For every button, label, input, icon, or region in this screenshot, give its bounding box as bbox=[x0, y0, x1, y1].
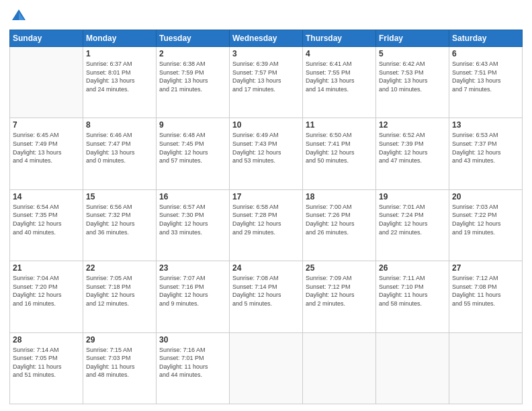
weekday-header-saturday: Saturday bbox=[449, 30, 523, 47]
calendar-cell: 20Sunrise: 7:03 AM Sunset: 7:22 PM Dayli… bbox=[449, 189, 523, 261]
week-row-4: 21Sunrise: 7:04 AM Sunset: 7:20 PM Dayli… bbox=[10, 261, 523, 332]
weekday-header-row: SundayMondayTuesdayWednesdayThursdayFrid… bbox=[10, 30, 523, 47]
weekday-header-thursday: Thursday bbox=[303, 30, 376, 47]
calendar-cell: 2Sunrise: 6:38 AM Sunset: 7:59 PM Daylig… bbox=[157, 47, 230, 118]
day-info: Sunrise: 6:41 AM Sunset: 7:55 PM Dayligh… bbox=[306, 60, 373, 93]
day-number: 19 bbox=[379, 192, 446, 201]
calendar-cell: 22Sunrise: 7:05 AM Sunset: 7:18 PM Dayli… bbox=[83, 261, 157, 332]
calendar-table: SundayMondayTuesdayWednesdayThursdayFrid… bbox=[9, 30, 523, 404]
day-number: 1 bbox=[86, 49, 153, 58]
calendar-cell: 23Sunrise: 7:07 AM Sunset: 7:16 PM Dayli… bbox=[157, 261, 230, 332]
calendar-cell: 18Sunrise: 7:00 AM Sunset: 7:26 PM Dayli… bbox=[303, 189, 376, 261]
calendar-cell: 11Sunrise: 6:50 AM Sunset: 7:41 PM Dayli… bbox=[303, 118, 376, 189]
calendar-cell: 4Sunrise: 6:41 AM Sunset: 7:55 PM Daylig… bbox=[303, 47, 376, 118]
calendar-cell bbox=[230, 332, 303, 404]
day-info: Sunrise: 7:11 AM Sunset: 7:10 PM Dayligh… bbox=[379, 274, 446, 308]
day-number: 2 bbox=[159, 49, 226, 58]
day-number: 17 bbox=[232, 192, 300, 201]
day-number: 30 bbox=[159, 335, 226, 345]
day-info: Sunrise: 6:38 AM Sunset: 7:59 PM Dayligh… bbox=[159, 60, 226, 93]
day-number: 11 bbox=[306, 120, 373, 130]
calendar-cell bbox=[10, 47, 83, 118]
day-info: Sunrise: 7:03 AM Sunset: 7:22 PM Dayligh… bbox=[452, 203, 519, 236]
day-number: 7 bbox=[13, 120, 80, 130]
week-row-5: 28Sunrise: 7:14 AM Sunset: 7:05 PM Dayli… bbox=[10, 332, 523, 404]
day-info: Sunrise: 6:57 AM Sunset: 7:30 PM Dayligh… bbox=[159, 203, 226, 236]
day-number: 5 bbox=[379, 49, 446, 58]
day-number: 15 bbox=[86, 192, 153, 201]
weekday-header-sunday: Sunday bbox=[10, 30, 83, 47]
day-number: 24 bbox=[232, 263, 300, 273]
day-info: Sunrise: 7:04 AM Sunset: 7:20 PM Dayligh… bbox=[13, 274, 80, 308]
calendar-cell: 13Sunrise: 6:53 AM Sunset: 7:37 PM Dayli… bbox=[449, 118, 523, 189]
day-info: Sunrise: 7:15 AM Sunset: 7:03 PM Dayligh… bbox=[86, 346, 153, 379]
calendar-cell: 30Sunrise: 7:16 AM Sunset: 7:01 PM Dayli… bbox=[157, 332, 230, 404]
logo-icon bbox=[9, 7, 28, 26]
day-info: Sunrise: 6:52 AM Sunset: 7:39 PM Dayligh… bbox=[379, 131, 446, 165]
calendar-cell: 29Sunrise: 7:15 AM Sunset: 7:03 PM Dayli… bbox=[83, 332, 157, 404]
day-info: Sunrise: 6:39 AM Sunset: 7:57 PM Dayligh… bbox=[232, 60, 300, 93]
day-info: Sunrise: 6:54 AM Sunset: 7:35 PM Dayligh… bbox=[13, 203, 80, 236]
week-row-1: 1Sunrise: 6:37 AM Sunset: 8:01 PM Daylig… bbox=[10, 47, 523, 118]
day-info: Sunrise: 6:37 AM Sunset: 8:01 PM Dayligh… bbox=[86, 60, 153, 93]
day-info: Sunrise: 7:12 AM Sunset: 7:08 PM Dayligh… bbox=[452, 274, 519, 308]
weekday-header-friday: Friday bbox=[376, 30, 449, 47]
day-info: Sunrise: 6:50 AM Sunset: 7:41 PM Dayligh… bbox=[306, 131, 373, 165]
day-number: 29 bbox=[86, 335, 153, 345]
day-info: Sunrise: 7:00 AM Sunset: 7:26 PM Dayligh… bbox=[306, 203, 373, 236]
week-row-3: 14Sunrise: 6:54 AM Sunset: 7:35 PM Dayli… bbox=[10, 189, 523, 261]
week-row-2: 7Sunrise: 6:45 AM Sunset: 7:49 PM Daylig… bbox=[10, 118, 523, 189]
day-info: Sunrise: 7:09 AM Sunset: 7:12 PM Dayligh… bbox=[306, 274, 373, 308]
day-info: Sunrise: 6:53 AM Sunset: 7:37 PM Dayligh… bbox=[452, 131, 519, 165]
calendar-cell: 8Sunrise: 6:46 AM Sunset: 7:47 PM Daylig… bbox=[83, 118, 157, 189]
calendar-cell: 27Sunrise: 7:12 AM Sunset: 7:08 PM Dayli… bbox=[449, 261, 523, 332]
day-number: 13 bbox=[452, 120, 519, 130]
day-info: Sunrise: 6:45 AM Sunset: 7:49 PM Dayligh… bbox=[13, 131, 80, 165]
day-info: Sunrise: 6:49 AM Sunset: 7:43 PM Dayligh… bbox=[232, 131, 300, 165]
calendar-cell: 1Sunrise: 6:37 AM Sunset: 8:01 PM Daylig… bbox=[83, 47, 157, 118]
calendar-cell: 25Sunrise: 7:09 AM Sunset: 7:12 PM Dayli… bbox=[303, 261, 376, 332]
day-info: Sunrise: 6:42 AM Sunset: 7:53 PM Dayligh… bbox=[379, 60, 446, 93]
calendar-cell bbox=[376, 332, 449, 404]
calendar-cell: 26Sunrise: 7:11 AM Sunset: 7:10 PM Dayli… bbox=[376, 261, 449, 332]
day-info: Sunrise: 7:07 AM Sunset: 7:16 PM Dayligh… bbox=[159, 274, 226, 308]
calendar-cell: 28Sunrise: 7:14 AM Sunset: 7:05 PM Dayli… bbox=[10, 332, 83, 404]
day-number: 20 bbox=[452, 192, 519, 201]
calendar-cell: 10Sunrise: 6:49 AM Sunset: 7:43 PM Dayli… bbox=[230, 118, 303, 189]
calendar-cell bbox=[449, 332, 523, 404]
weekday-header-tuesday: Tuesday bbox=[157, 30, 230, 47]
day-number: 16 bbox=[159, 192, 226, 201]
calendar-cell: 17Sunrise: 6:58 AM Sunset: 7:28 PM Dayli… bbox=[230, 189, 303, 261]
logo bbox=[9, 7, 31, 26]
day-info: Sunrise: 6:43 AM Sunset: 7:51 PM Dayligh… bbox=[452, 60, 519, 93]
day-number: 14 bbox=[13, 192, 80, 201]
day-number: 27 bbox=[452, 263, 519, 273]
day-info: Sunrise: 7:16 AM Sunset: 7:01 PM Dayligh… bbox=[159, 346, 226, 379]
day-number: 10 bbox=[232, 120, 300, 130]
day-number: 26 bbox=[379, 263, 446, 273]
day-info: Sunrise: 6:46 AM Sunset: 7:47 PM Dayligh… bbox=[86, 131, 153, 165]
day-number: 23 bbox=[159, 263, 226, 273]
calendar-cell: 21Sunrise: 7:04 AM Sunset: 7:20 PM Dayli… bbox=[10, 261, 83, 332]
calendar-cell: 6Sunrise: 6:43 AM Sunset: 7:51 PM Daylig… bbox=[449, 47, 523, 118]
calendar-cell: 5Sunrise: 6:42 AM Sunset: 7:53 PM Daylig… bbox=[376, 47, 449, 118]
calendar-cell: 3Sunrise: 6:39 AM Sunset: 7:57 PM Daylig… bbox=[230, 47, 303, 118]
day-info: Sunrise: 7:05 AM Sunset: 7:18 PM Dayligh… bbox=[86, 274, 153, 308]
calendar-cell: 19Sunrise: 7:01 AM Sunset: 7:24 PM Dayli… bbox=[376, 189, 449, 261]
day-info: Sunrise: 6:56 AM Sunset: 7:32 PM Dayligh… bbox=[86, 203, 153, 236]
day-info: Sunrise: 7:01 AM Sunset: 7:24 PM Dayligh… bbox=[379, 203, 446, 236]
calendar-cell bbox=[303, 332, 376, 404]
day-info: Sunrise: 7:08 AM Sunset: 7:14 PM Dayligh… bbox=[232, 274, 300, 308]
weekday-header-monday: Monday bbox=[83, 30, 157, 47]
day-number: 9 bbox=[159, 120, 226, 130]
day-info: Sunrise: 7:14 AM Sunset: 7:05 PM Dayligh… bbox=[13, 346, 80, 379]
day-number: 21 bbox=[13, 263, 80, 273]
weekday-header-wednesday: Wednesday bbox=[230, 30, 303, 47]
day-number: 8 bbox=[86, 120, 153, 130]
day-number: 6 bbox=[452, 49, 519, 58]
calendar-cell: 14Sunrise: 6:54 AM Sunset: 7:35 PM Dayli… bbox=[10, 189, 83, 261]
page: SundayMondayTuesdayWednesdayThursdayFrid… bbox=[0, 0, 532, 411]
day-number: 22 bbox=[86, 263, 153, 273]
calendar-cell: 12Sunrise: 6:52 AM Sunset: 7:39 PM Dayli… bbox=[376, 118, 449, 189]
day-number: 28 bbox=[13, 335, 80, 345]
